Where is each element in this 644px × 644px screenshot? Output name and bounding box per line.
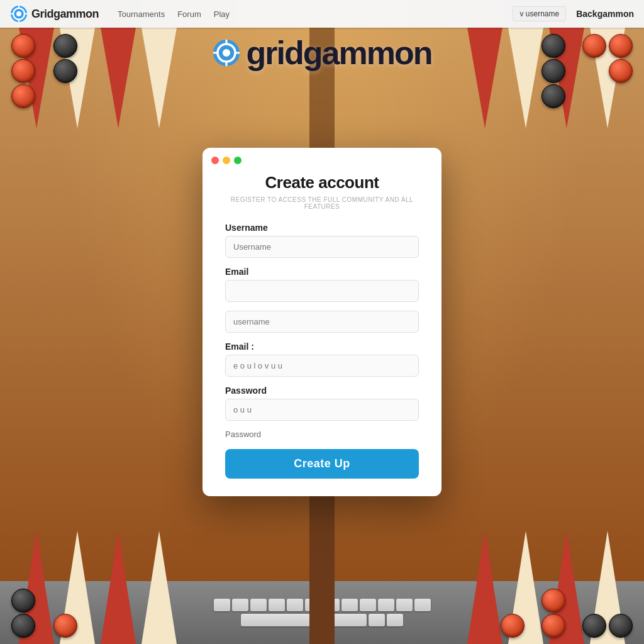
password-label: Password bbox=[225, 386, 419, 396]
close-button[interactable] bbox=[211, 157, 219, 164]
modal-subtitle: REGISTER TO ACCESS THE FULL COMMUNITY AN… bbox=[225, 196, 419, 210]
username2-group bbox=[225, 311, 419, 333]
traffic-lights bbox=[211, 157, 242, 164]
modal-title: Create account bbox=[225, 173, 419, 192]
registration-modal: Create account REGISTER TO ACCESS THE FU… bbox=[203, 148, 441, 496]
username-input[interactable] bbox=[225, 236, 419, 258]
email-input[interactable] bbox=[225, 280, 419, 302]
modal-overlay: Create account REGISTER TO ACCESS THE FU… bbox=[0, 0, 644, 644]
email2-label: Email : bbox=[225, 341, 419, 352]
minimize-button[interactable] bbox=[223, 157, 230, 164]
email2-group: Email : bbox=[225, 341, 419, 377]
email-group: Email bbox=[225, 267, 419, 302]
username-label: Username bbox=[225, 223, 419, 233]
username-group: Username bbox=[225, 223, 419, 258]
email2-input[interactable] bbox=[225, 355, 419, 377]
maximize-button[interactable] bbox=[234, 157, 242, 164]
email-label: Email bbox=[225, 267, 419, 277]
password-group: Password bbox=[225, 386, 419, 421]
submit-button[interactable]: Create Up bbox=[225, 449, 419, 479]
screen-container: Gridgammon Tournaments Forum Play v user… bbox=[0, 0, 644, 644]
password-hint: Password bbox=[225, 430, 419, 439]
password-input[interactable] bbox=[225, 399, 419, 421]
username2-input[interactable] bbox=[225, 311, 419, 333]
